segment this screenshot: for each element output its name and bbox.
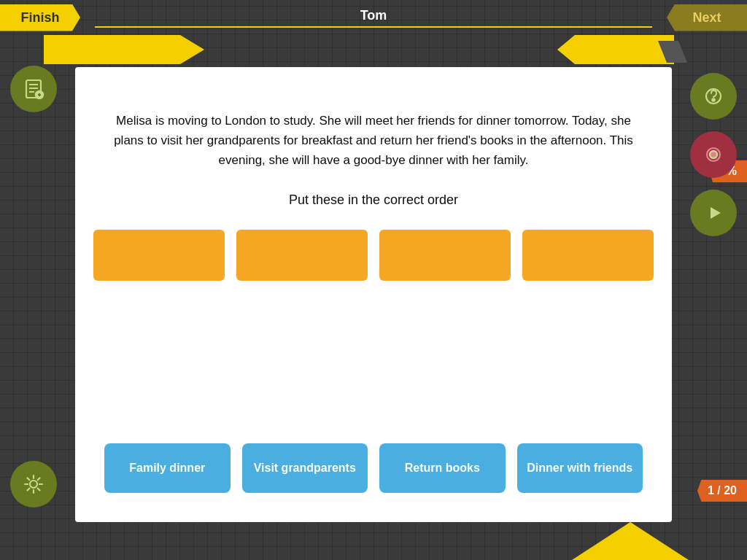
right-sidebar	[690, 73, 737, 236]
settings-button[interactable]	[10, 461, 57, 508]
counter-badge: 1 / 20	[697, 480, 747, 502]
answer-return-books[interactable]: Return books	[379, 443, 506, 493]
finish-button[interactable]: Finish	[0, 4, 80, 31]
passage-text: Melisa is moving to London to study. She…	[111, 111, 636, 171]
hint-button[interactable]	[690, 73, 737, 120]
drop-zone-4[interactable]	[522, 230, 654, 281]
next-button[interactable]: Next	[667, 4, 747, 31]
ribbon-left-decoration	[44, 35, 204, 64]
left-sidebar	[10, 66, 57, 121]
answer-options-container: Family dinner Visit grandparents Return …	[104, 443, 643, 493]
drop-zone-3[interactable]	[379, 230, 511, 281]
drop-zones-container	[104, 230, 643, 281]
ribbon-right-decoration	[557, 35, 674, 64]
svg-point-11	[710, 151, 717, 158]
play-icon	[702, 201, 725, 225]
drop-zone-1[interactable]	[93, 230, 225, 281]
play-button[interactable]	[690, 190, 737, 236]
svg-point-9	[713, 99, 715, 101]
top-bar: Finish Tom Next	[0, 0, 747, 35]
svg-marker-12	[711, 207, 721, 219]
answer-dinner-with-friends[interactable]: Dinner with friends	[517, 443, 643, 493]
hint-icon	[702, 85, 725, 108]
answer-family-dinner[interactable]: Family dinner	[104, 443, 231, 493]
svg-point-7	[30, 481, 37, 488]
notes-button[interactable]	[10, 66, 57, 112]
drop-zone-2[interactable]	[236, 230, 368, 281]
answer-visit-grandparents[interactable]: Visit grandparents	[242, 443, 368, 493]
record-button[interactable]	[690, 131, 737, 178]
instruction-text: Put these in the correct order	[289, 192, 458, 208]
record-icon	[702, 143, 725, 166]
notes-icon	[22, 77, 45, 101]
main-card: Melisa is moving to London to study. She…	[75, 67, 672, 522]
bottom-decoration	[572, 522, 689, 560]
gear-icon	[22, 472, 45, 496]
user-name-display: Tom	[95, 8, 652, 28]
